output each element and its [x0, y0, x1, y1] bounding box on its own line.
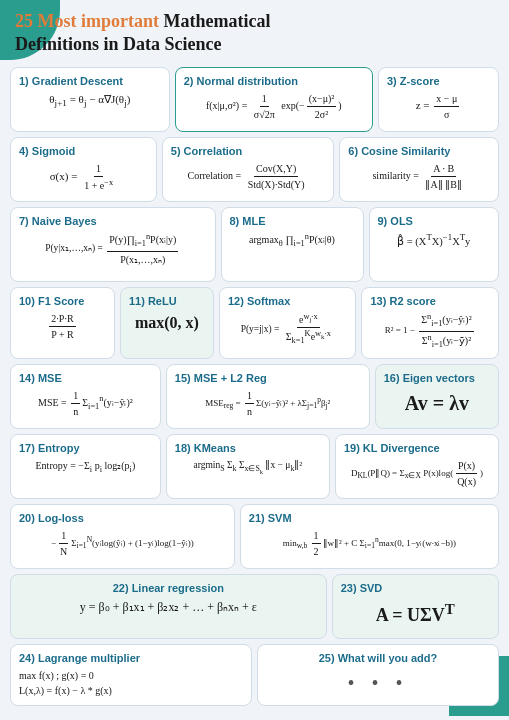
card-mle-formula: argmaxθ ∏i=1nP(xᵢ|θ): [230, 231, 355, 251]
card-correlation: 5) Correlation Correlation = Cov(X,Y)Std…: [162, 137, 335, 202]
card-zscore-formula: z = x − μσ: [387, 91, 490, 122]
card-sigmoid: 4) Sigmoid σ(x) = 11 + e−x: [10, 137, 157, 202]
card-svm-title: 21) SVM: [249, 512, 490, 524]
card-linear-reg: 22) Linear regression y = β₀ + β₁x₁ + β₂…: [10, 574, 327, 639]
card-mse-formula: MSE = 1nΣi=1n(yᵢ−ŷᵢ)²: [19, 388, 152, 419]
card-f1-title: 10) F1 Score: [19, 295, 106, 307]
card-mse: 14) MSE MSE = 1nΣi=1n(yᵢ−ŷᵢ)²: [10, 364, 161, 429]
card-kmeans: 18) KMeans argminS Σk Σx∈Sk ‖x − μk‖²: [166, 434, 330, 499]
card-log-loss-formula: −1NΣi=1N(yᵢlog(ŷᵢ) + (1−yᵢ)log(1−ŷᵢ)): [19, 528, 226, 559]
card-entropy-title: 17) Entropy: [19, 442, 152, 454]
card-zscore-title: 3) Z-score: [387, 75, 490, 87]
card-cosine: 6) Cosine Similarity similarity = A · B‖…: [339, 137, 499, 202]
row-7: 20) Log-loss −1NΣi=1N(yᵢlog(ŷᵢ) + (1−yᵢ)…: [10, 504, 499, 569]
card-what-add-title: 25) What will you add?: [266, 652, 490, 664]
card-relu-formula: max(0, x): [129, 311, 205, 335]
card-relu: 11) ReLU max(0, x): [120, 287, 214, 360]
card-r2-formula: R² = 1 − Σni=1(yᵢ−ŷᵢ)²Σni=1(yᵢ−ȳ)²: [370, 311, 490, 352]
card-svm-formula: minw,b 12‖w‖² + C Σi=1nmax(0, 1−yᵢ(w·xᵢ−…: [249, 528, 490, 559]
card-sigmoid-formula: σ(x) = 11 + e−x: [19, 161, 148, 193]
card-linear-reg-title: 22) Linear regression: [19, 582, 318, 594]
card-softmax-title: 12) Softmax: [228, 295, 348, 307]
row-6: 17) Entropy Entropy = −Σi pi log₂(pi) 18…: [10, 434, 499, 499]
card-log-loss-title: 20) Log-loss: [19, 512, 226, 524]
card-normal-dist-title: 2) Normal distribution: [184, 75, 364, 87]
card-mse-l2-title: 15) MSE + L2 Reg: [175, 372, 361, 384]
title-part3: Definitions in Data Science: [15, 34, 222, 54]
card-zscore: 3) Z-score z = x − μσ: [378, 67, 499, 132]
card-mle: 8) MLE argmaxθ ∏i=1nP(xᵢ|θ): [221, 207, 364, 282]
main-title: 25 Most important Mathematical Definitio…: [10, 10, 499, 57]
card-mle-title: 8) MLE: [230, 215, 355, 227]
card-f1-formula: 2·P·RP + R: [19, 311, 106, 342]
card-cosine-formula: similarity = A · B‖A‖ ‖B‖: [348, 161, 490, 192]
row-5: 14) MSE MSE = 1nΣi=1n(yᵢ−ŷᵢ)² 15) MSE + …: [10, 364, 499, 429]
card-mse-title: 14) MSE: [19, 372, 152, 384]
card-eigenvectors-formula: Av = λv: [384, 388, 490, 418]
card-naive-bayes-formula: P(y|x₁,…,xₙ) = P(y)∏i=1nP(xᵢ|y)P(x₁,…,xₙ…: [19, 231, 207, 267]
card-lagrange: 24) Lagrange multiplier max f(x) ; g(x) …: [10, 644, 252, 706]
card-gradient-descent-formula: θj+1 = θj − α∇J(θj): [19, 91, 161, 111]
row-4: 10) F1 Score 2·P·RP + R 11) ReLU max(0, …: [10, 287, 499, 360]
card-mse-l2: 15) MSE + L2 Reg MSEreg = 1nΣ(yᵢ−ŷᵢ)² + …: [166, 364, 370, 429]
card-mse-l2-formula: MSEreg = 1nΣ(yᵢ−ŷᵢ)² + λΣj=1pβj²: [175, 388, 361, 419]
row-9: 24) Lagrange multiplier max f(x) ; g(x) …: [10, 644, 499, 706]
card-normal-dist-formula: f(x|μ,σ²) = 1σ√2π exp(−(x−μ)²2σ²): [184, 91, 364, 122]
card-gradient-descent: 1) Gradient Descent θj+1 = θj − α∇J(θj): [10, 67, 170, 132]
card-kl-div: 19) KL Divergence DKL(P‖Q) = Σx∈X P(x)lo…: [335, 434, 499, 499]
card-linear-reg-formula: y = β₀ + β₁x₁ + β₂x₂ + … + βₙxₙ + ε: [19, 598, 318, 616]
row-3: 7) Naive Bayes P(y|x₁,…,xₙ) = P(y)∏i=1nP…: [10, 207, 499, 282]
card-what-add-formula: • • •: [266, 668, 490, 698]
card-kl-div-formula: DKL(P‖Q) = Σx∈X P(x)log(P(x)Q(x)): [344, 458, 490, 489]
page-wrapper: 25 Most important Mathematical Definitio…: [0, 0, 509, 716]
card-correlation-formula: Correlation = Cov(X,Y)Std(X)·Std(Y): [171, 161, 326, 192]
card-svm: 21) SVM minw,b 12‖w‖² + C Σi=1nmax(0, 1−…: [240, 504, 499, 569]
card-f1: 10) F1 Score 2·P·RP + R: [10, 287, 115, 360]
card-entropy: 17) Entropy Entropy = −Σi pi log₂(pi): [10, 434, 161, 499]
row-1: 1) Gradient Descent θj+1 = θj − α∇J(θj) …: [10, 67, 499, 132]
card-svd-formula: A = UΣVT: [341, 598, 490, 629]
title-highlight: 25 Most important: [15, 11, 159, 31]
card-r2: 13) R2 score R² = 1 − Σni=1(yᵢ−ŷᵢ)²Σni=1…: [361, 287, 499, 360]
card-eigenvectors: 16) Eigen vectors Av = λv: [375, 364, 499, 429]
card-correlation-title: 5) Correlation: [171, 145, 326, 157]
card-lagrange-title: 24) Lagrange multiplier: [19, 652, 243, 664]
card-kmeans-formula: argminS Σk Σx∈Sk ‖x − μk‖²: [175, 458, 321, 476]
card-naive-bayes: 7) Naive Bayes P(y|x₁,…,xₙ) = P(y)∏i=1nP…: [10, 207, 216, 282]
card-svd-title: 23) SVD: [341, 582, 490, 594]
card-cosine-title: 6) Cosine Similarity: [348, 145, 490, 157]
card-naive-bayes-title: 7) Naive Bayes: [19, 215, 207, 227]
card-gradient-descent-title: 1) Gradient Descent: [19, 75, 161, 87]
row-2: 4) Sigmoid σ(x) = 11 + e−x 5) Correlatio…: [10, 137, 499, 202]
card-softmax: 12) Softmax P(y=j|x) = ewj·xΣk=1Kewk·x: [219, 287, 357, 360]
row-8: 22) Linear regression y = β₀ + β₁x₁ + β₂…: [10, 574, 499, 639]
card-what-add: 25) What will you add? • • •: [257, 644, 499, 706]
card-entropy-formula: Entropy = −Σi pi log₂(pi): [19, 458, 152, 476]
card-r2-title: 13) R2 score: [370, 295, 490, 307]
card-kmeans-title: 18) KMeans: [175, 442, 321, 454]
card-ols: 9) OLS β̂ = (XTX)−1XTy: [369, 207, 500, 282]
card-relu-title: 11) ReLU: [129, 295, 205, 307]
card-eigenvectors-title: 16) Eigen vectors: [384, 372, 490, 384]
card-kl-div-title: 19) KL Divergence: [344, 442, 490, 454]
card-ols-formula: β̂ = (XTX)−1XTy: [378, 231, 491, 249]
card-lagrange-formula: max f(x) ; g(x) = 0 L(x,λ) = f(x) − λ * …: [19, 668, 243, 698]
card-svd: 23) SVD A = UΣVT: [332, 574, 499, 639]
content-area: 25 Most important Mathematical Definitio…: [10, 10, 499, 706]
card-log-loss: 20) Log-loss −1NΣi=1N(yᵢlog(ŷᵢ) + (1−yᵢ)…: [10, 504, 235, 569]
card-ols-title: 9) OLS: [378, 215, 491, 227]
card-softmax-formula: P(y=j|x) = ewj·xΣk=1Kewk·x: [228, 311, 348, 348]
title-part2-text: Mathematical: [163, 11, 270, 31]
card-sigmoid-title: 4) Sigmoid: [19, 145, 148, 157]
card-normal-dist: 2) Normal distribution f(x|μ,σ²) = 1σ√2π…: [175, 67, 373, 132]
